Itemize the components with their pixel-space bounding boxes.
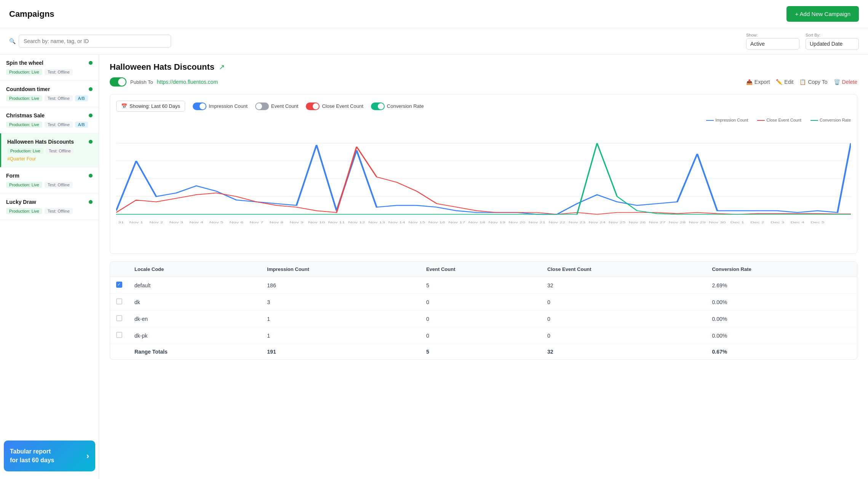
svg-text:Dec 3: Dec 3 [770,221,785,224]
totals-impression: 191 [261,344,420,360]
sort-filter-select[interactable]: Updated Date Name Created Date [806,38,859,50]
tag-production-live: Production: Live [7,148,43,154]
legend-conversion-rate: Conversion Rate [371,103,424,110]
totals-conversion: 0.67% [706,344,857,360]
col-conversion: Conversion Rate [706,262,857,277]
table-row: dk 3 0 0 0.00% [110,294,857,311]
main-content: Halloween Hats Discounts ↗ Publish To ht… [99,54,868,479]
sidebar-item-christmas-sale[interactable]: Christmas Sale Production: Live Test: Of… [0,107,99,133]
tag-production-live: Production: Live [6,208,42,214]
filter-area: Show: Active Inactive All Sort By: Updat… [746,33,859,50]
svg-text:Dec 5: Dec 5 [810,221,825,224]
publish-left: Publish To https://demo.fluentos.com [110,77,218,87]
show-filter-label: Show: [746,33,799,37]
sidebar-item-label: Countdown timer [6,86,50,92]
sidebar-item-label: Christmas Sale [6,112,45,119]
svg-text:Nov 25: Nov 25 [609,221,625,224]
tabular-report-banner[interactable]: Tabular report for last 60 days › [4,441,95,471]
sidebar-item-label: Spin the wheel [6,60,43,66]
col-event: Event Count [420,262,541,277]
row-conversion: 0.00% [706,294,857,311]
legend-toggle-event[interactable] [255,103,269,110]
row-locale: dk [128,294,261,311]
chart-legend-impression: Impression Count [706,118,748,122]
svg-text:Nov 28: Nov 28 [669,221,686,224]
table-row: dk-en 1 0 0 0.00% [110,311,857,327]
svg-text:Nov 11: Nov 11 [328,221,345,224]
svg-text:Nov 14: Nov 14 [388,221,405,224]
sidebar-item-halloween-hats-discounts[interactable]: Halloween Hats Discounts Production: Liv… [0,133,99,167]
data-table: Locale Code Impression Count Event Count… [110,262,857,359]
sidebar-item-label: Halloween Hats Discounts [7,139,74,145]
legend-label: Conversion Rate [387,103,424,109]
table-header-row: Locale Code Impression Count Event Count… [110,262,857,277]
tag-production-live: Production: Live [6,182,42,188]
tabular-report-text: Tabular report for last 60 days [10,447,54,465]
sidebar-item-countdown-timer[interactable]: Countdown timer Production: Live Test: O… [0,81,99,107]
row-checkbox[interactable] [116,315,122,321]
sidebar-item-label: Lucky Draw [6,199,36,205]
quarter-tag: #Quarter Four [7,156,93,162]
search-input[interactable] [19,35,171,48]
sidebar-item-tags: Production: Live Test: Offline [6,69,93,75]
status-dot [89,174,93,178]
svg-text:Nov 4: Nov 4 [189,221,203,224]
svg-text:Nov 9: Nov 9 [289,221,304,224]
status-dot [89,114,93,117]
row-close-event: 0 [541,311,706,327]
chart-canvas: Oct 31 Nov 1 Nov 2 Nov 3 Nov 4 Nov 5 Nov… [116,125,851,247]
export-button[interactable]: 📤 Export [746,79,770,85]
legend-toggle-close-event[interactable] [306,103,320,110]
show-filter-select[interactable]: Active Inactive All [746,38,799,50]
action-buttons: 📤 Export ✏️ Edit 📋 Copy To 🗑️ Delete [746,79,857,85]
col-locale: Locale Code [128,262,261,277]
show-filter-group: Show: Active Inactive All [746,33,799,50]
sidebar-item-tags: Production: Live Test: Offline [6,182,93,188]
row-checkbox[interactable] [116,332,122,338]
svg-text:Nov 15: Nov 15 [408,221,425,224]
copy-to-button[interactable]: 📋 Copy To [799,79,827,85]
status-dot [89,140,93,144]
col-impression: Impression Count [261,262,420,277]
svg-text:Oct 31: Oct 31 [116,221,124,224]
totals-event: 5 [420,344,541,360]
publish-url[interactable]: https://demo.fluentos.com [157,79,218,85]
row-checkbox[interactable] [116,298,122,304]
tag-production-live: Production: Live [6,122,42,128]
row-conversion: 2.69% [706,277,857,294]
row-checkbox[interactable] [116,282,122,288]
row-checkbox-cell [110,311,128,327]
legend-toggle-impression[interactable] [193,103,206,110]
sidebar-item-form[interactable]: Form Production: Live Test: Offline [0,167,99,194]
page-header: Campaigns + Add New Campaign [0,0,868,28]
legend-impression-count: Impression Count [193,103,248,110]
svg-text:Nov 13: Nov 13 [368,221,385,224]
publish-toggle[interactable] [110,77,126,87]
date-filter[interactable]: 📅 Showing: Last 60 Days [116,101,185,112]
delete-button[interactable]: 🗑️ Delete [834,79,857,85]
svg-text:Nov 16: Nov 16 [428,221,445,224]
row-conversion: 0.00% [706,311,857,327]
svg-text:Nov 21: Nov 21 [529,221,545,224]
table-row: default 186 5 32 2.69% [110,277,857,294]
main-layout: Spin the wheel Production: Live Test: Of… [0,54,868,479]
row-close-event: 0 [541,294,706,311]
sidebar-item-label: Form [6,173,19,179]
legend-toggle-conversion[interactable] [371,103,385,110]
campaign-header: Halloween Hats Discounts ↗ [110,62,857,72]
chart-controls: 📅 Showing: Last 60 Days Impression Count [116,101,851,112]
row-impression: 1 [261,327,420,344]
date-filter-label: Showing: Last 60 Days [129,103,180,109]
edit-button[interactable]: ✏️ Edit [776,79,793,85]
add-campaign-button[interactable]: + Add New Campaign [786,6,859,22]
tag-test-offline: Test: Offline [45,208,73,214]
svg-text:Dec 1: Dec 1 [731,221,745,224]
search-icon: 🔍 [9,38,16,44]
trend-icon: ↗ [219,63,225,71]
svg-text:Nov 22: Nov 22 [548,221,565,224]
sidebar-item-lucky-draw[interactable]: Lucky Draw Production: Live Test: Offlin… [0,194,99,220]
tag-test-offline: Test: Offline [46,148,74,154]
row-event: 0 [420,327,541,344]
sidebar-item-tags: Production: Live Test: Offline A/B [6,95,93,101]
sidebar-item-spin-the-wheel[interactable]: Spin the wheel Production: Live Test: Of… [0,54,99,81]
